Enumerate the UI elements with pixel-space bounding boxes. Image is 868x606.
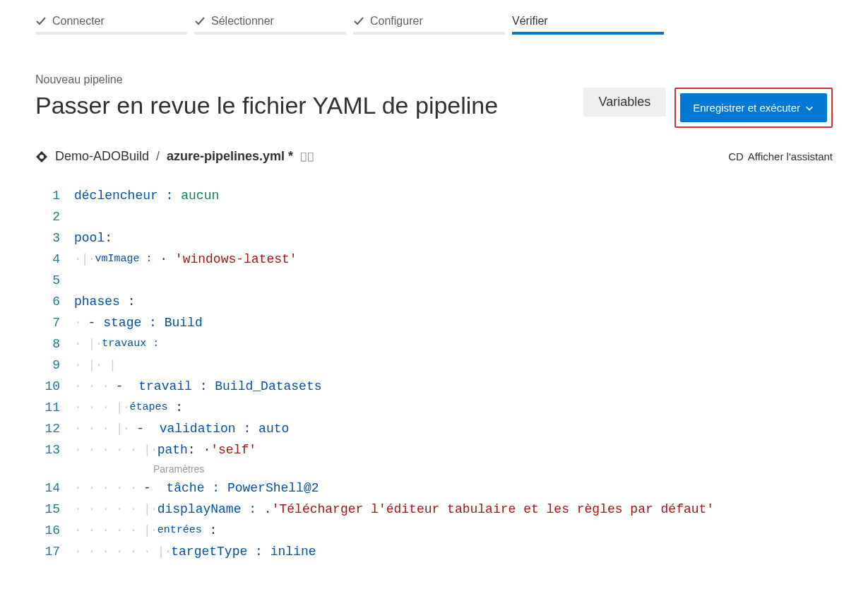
code-line[interactable] (74, 270, 833, 291)
code-line[interactable]: · · · |·étapes : (74, 397, 833, 418)
code-line[interactable] (74, 206, 833, 227)
step-label: Vérifier (512, 15, 548, 28)
line-number: 13 (35, 439, 60, 461)
line-number: 6 (35, 291, 60, 312)
step-label: Connecter (52, 15, 105, 28)
line-number: 5 (35, 270, 60, 291)
step-label: Configurer (370, 15, 423, 28)
line-number: 14 (35, 477, 60, 499)
check-icon (194, 16, 206, 27)
code-body[interactable]: déclencheur : aucunpool:·|·vmImage : · '… (74, 185, 833, 562)
step-select[interactable]: Sélectionner (194, 11, 346, 35)
code-line[interactable]: · · · - travail : Build_Datasets (74, 376, 833, 397)
code-line[interactable]: déclencheur : aucun (74, 185, 833, 206)
assistant-label: Afficher l'assistant (748, 150, 833, 162)
code-line[interactable]: · · · · · |·displayName : .'Télécharger … (74, 499, 833, 520)
rename-icon[interactable]: ⌷⌷ (300, 150, 314, 163)
line-number: 8 (35, 333, 60, 355)
breadcrumb-file[interactable]: azure-pipelines.yml * (167, 149, 293, 164)
code-line[interactable]: · · · · · · |·targetType : inline (74, 541, 833, 562)
parameters-hint: Paramètres (74, 461, 833, 477)
line-number: 15 (35, 499, 60, 520)
code-line[interactable]: pool: (74, 227, 833, 249)
line-number: 4 (35, 249, 60, 270)
highlight-annotation: Enregistrer et exécuter (674, 88, 833, 128)
show-assistant-link[interactable]: CD Afficher l'assistant (728, 150, 833, 162)
code-line[interactable]: phases : (74, 291, 833, 312)
check-icon (353, 16, 364, 27)
line-number: 2 (35, 206, 60, 227)
repo-icon (35, 150, 48, 163)
wizard-steps: Connecter Sélectionner Configurer Vérifi… (35, 11, 833, 35)
line-number: 1 (35, 185, 60, 206)
line-number: 16 (35, 520, 60, 541)
line-number: 3 (35, 227, 60, 249)
svg-point-0 (40, 155, 44, 159)
step-verify[interactable]: Vérifier (512, 11, 664, 35)
code-line[interactable]: · · · · · |·path: ·'self' (74, 439, 833, 461)
check-icon (35, 16, 47, 27)
assistant-prefix: CD (728, 150, 744, 162)
code-line[interactable]: · |·travaux : (74, 333, 833, 355)
code-line[interactable]: · · · · · - tâche : PowerShell@2 (74, 477, 833, 499)
page-title: Passer en revue le fichier YAML de pipel… (35, 92, 583, 119)
page-subtitle: Nouveau pipeline (35, 73, 583, 86)
save-run-label: Enregistrer et exécuter (693, 102, 800, 114)
save-and-run-button[interactable]: Enregistrer et exécuter (680, 93, 827, 122)
breadcrumb-repo[interactable]: Demo-ADOBuild (55, 149, 149, 164)
breadcrumb: Demo-ADOBuild / azure-pipelines.yml * ⌷⌷ (35, 149, 314, 164)
code-line[interactable]: · - stage : Build (74, 312, 833, 333)
code-line[interactable]: ·|·vmImage : · 'windows-latest' (74, 249, 833, 270)
step-connect[interactable]: Connecter (35, 11, 187, 35)
code-line[interactable]: · |· | (74, 355, 833, 376)
code-line[interactable]: · · · |· - validation : auto (74, 418, 833, 439)
line-number: 17 (35, 541, 60, 562)
line-number: 7 (35, 312, 60, 333)
line-number: 11 (35, 397, 60, 418)
step-label: Sélectionner (211, 15, 274, 28)
step-configure[interactable]: Configurer (353, 11, 505, 35)
code-line[interactable]: · · · · · |·entrées : (74, 520, 833, 541)
line-number: 10 (35, 376, 60, 397)
chevron-down-icon (804, 103, 814, 113)
breadcrumb-separator: / (156, 149, 160, 164)
line-number: 9 (35, 355, 60, 376)
variables-button[interactable]: Variables (583, 88, 667, 117)
yaml-editor[interactable]: 1234567891011121314151617 déclencheur : … (35, 185, 833, 562)
line-number: 12 (35, 418, 60, 439)
line-gutter: 1234567891011121314151617 (35, 185, 74, 562)
